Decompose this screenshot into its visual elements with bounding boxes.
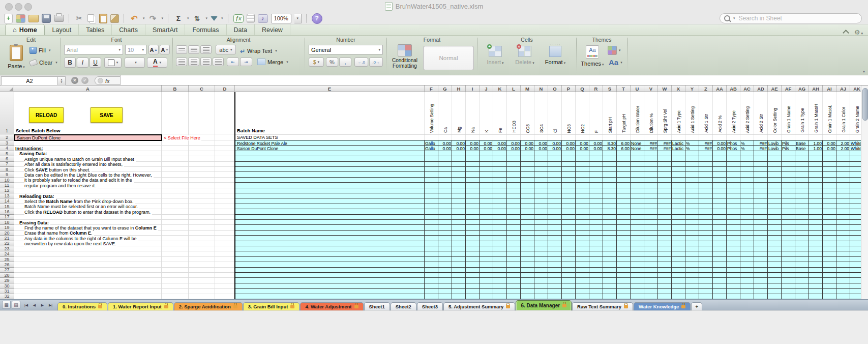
cell-F20[interactable]	[425, 231, 438, 236]
cell-P31[interactable]	[562, 289, 576, 294]
cell-M18[interactable]	[521, 220, 534, 225]
cell-U27[interactable]	[631, 268, 644, 273]
cell-W20[interactable]	[658, 231, 672, 236]
col-header-H[interactable]: H	[452, 85, 466, 92]
cell-AG13[interactable]	[795, 193, 809, 198]
cell-AD14[interactable]	[754, 198, 768, 204]
cell-C17[interactable]	[189, 215, 215, 220]
cell-Q10[interactable]	[576, 178, 589, 183]
cell-AD30[interactable]	[754, 283, 768, 289]
cell-AC10[interactable]	[740, 178, 754, 183]
col-header-P[interactable]: P	[562, 85, 576, 92]
cell-U25[interactable]	[631, 257, 644, 262]
decrease-font-size-button[interactable]	[160, 45, 170, 54]
col-header-Y[interactable]: Y	[685, 85, 699, 92]
cell-S30[interactable]	[603, 283, 617, 289]
cell-G26[interactable]	[438, 262, 452, 267]
number-format-select[interactable]: General▾	[309, 45, 383, 54]
row-header-14[interactable]: 14	[0, 198, 14, 204]
cell-AG14[interactable]	[795, 198, 809, 204]
ribbon-tab-home[interactable]: Home	[5, 24, 45, 35]
cell-S13[interactable]	[603, 193, 617, 198]
cell-AD21[interactable]	[754, 236, 768, 241]
cell-B26[interactable]	[162, 262, 189, 267]
cell-P28[interactable]	[562, 273, 576, 278]
cell-AH27[interactable]	[809, 268, 823, 273]
cell-F16[interactable]	[425, 209, 438, 214]
cell-AC27[interactable]	[740, 268, 754, 273]
cell-X24[interactable]	[672, 251, 685, 256]
cell-AG8[interactable]	[795, 167, 809, 172]
cell-AI26[interactable]	[823, 262, 836, 267]
cell-M29[interactable]	[521, 278, 534, 283]
cell-M32[interactable]	[521, 294, 534, 299]
cell-H18[interactable]	[452, 220, 466, 225]
cell-K30[interactable]	[493, 283, 507, 289]
cell-AA2[interactable]	[713, 134, 727, 140]
cell-Q32[interactable]	[576, 294, 589, 299]
cell-AE9[interactable]	[768, 172, 782, 177]
cell-R12[interactable]	[589, 188, 603, 193]
cell-Y27[interactable]	[685, 268, 699, 273]
cell-K5[interactable]	[493, 151, 507, 156]
cell-AH30[interactable]	[809, 283, 823, 289]
cell-AD24[interactable]	[754, 251, 768, 256]
cell-AC21[interactable]	[740, 236, 754, 241]
cell-F18[interactable]	[425, 220, 438, 225]
cell-U9[interactable]	[631, 172, 644, 177]
cell-AI25[interactable]	[823, 257, 836, 262]
cell-J14[interactable]	[480, 198, 493, 204]
cell-AH16[interactable]	[809, 209, 823, 214]
cell-AH6[interactable]	[809, 156, 823, 161]
cell-AC8[interactable]	[740, 167, 754, 172]
cell-AB5[interactable]	[727, 151, 740, 156]
cell-D23[interactable]	[215, 246, 235, 251]
cell-T28[interactable]	[617, 273, 631, 278]
cell-D25[interactable]	[215, 257, 235, 262]
cell-H27[interactable]	[452, 268, 466, 273]
cell-A25[interactable]	[14, 257, 162, 262]
cell-C16[interactable]	[189, 209, 215, 214]
cell-X10[interactable]	[672, 178, 685, 183]
cell-AH20[interactable]	[809, 231, 823, 236]
cell-R31[interactable]	[589, 289, 603, 294]
italic-button[interactable]: I	[77, 58, 88, 68]
cell-AI9[interactable]	[823, 172, 836, 177]
cell-AC26[interactable]	[740, 262, 754, 267]
cell-P9[interactable]	[562, 172, 576, 177]
row-header-11[interactable]: 11	[0, 183, 14, 188]
cell-AG27[interactable]	[795, 268, 809, 273]
cell-F2[interactable]	[425, 134, 438, 140]
cell-Y22[interactable]	[685, 241, 699, 246]
cell-AG16[interactable]	[795, 209, 809, 214]
cell-AI13[interactable]	[823, 193, 836, 198]
col-header-F[interactable]: F	[425, 85, 438, 92]
vertical-scrollbar[interactable]	[861, 85, 868, 299]
cell-J7[interactable]	[480, 162, 493, 167]
cell-AI29[interactable]	[823, 278, 836, 283]
cell-I11[interactable]	[466, 183, 480, 188]
new-document-icon[interactable]: +	[4, 14, 13, 23]
cell-T9[interactable]	[617, 172, 631, 177]
cell-AH26[interactable]	[809, 262, 823, 267]
cell-F5[interactable]	[425, 151, 438, 156]
cell-F10[interactable]	[425, 178, 438, 183]
cell-C15[interactable]	[189, 204, 215, 209]
cell-J27[interactable]	[480, 268, 493, 273]
cell-Q19[interactable]	[576, 225, 589, 230]
format-painter-icon[interactable]	[110, 14, 119, 23]
cell-AH5[interactable]	[809, 151, 823, 156]
cell-AJ29[interactable]	[836, 278, 850, 283]
col-header-AA[interactable]: AA	[713, 85, 727, 92]
cell-H9[interactable]	[452, 172, 466, 177]
cell-AF17[interactable]	[782, 215, 795, 220]
confirm-entry-icon[interactable]: ✓	[81, 77, 88, 84]
cell-T6[interactable]	[617, 156, 631, 161]
cell-M31[interactable]	[521, 289, 534, 294]
cell-R6[interactable]	[589, 156, 603, 161]
cell-J18[interactable]	[480, 220, 493, 225]
cell-J9[interactable]	[480, 172, 493, 177]
cell-AD28[interactable]	[754, 273, 768, 278]
cell-AH17[interactable]	[809, 215, 823, 220]
cell-P25[interactable]	[562, 257, 576, 262]
